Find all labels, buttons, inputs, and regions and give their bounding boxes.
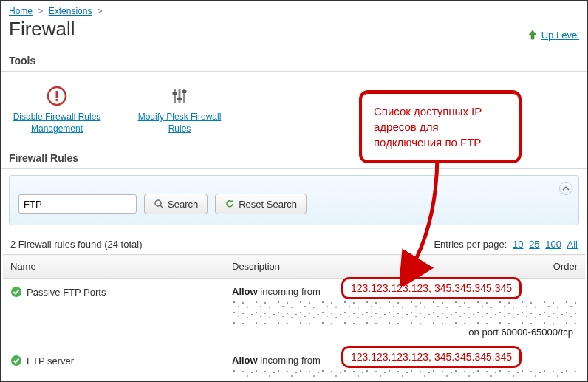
- breadcrumb-sep-icon: >: [38, 6, 43, 16]
- chevron-up-icon: [562, 185, 570, 192]
- up-level-link[interactable]: Up Level: [527, 29, 579, 41]
- sliders-icon: [167, 83, 192, 109]
- reset-button-label: Reset Search: [239, 199, 297, 210]
- tool-modify-firewall: Modify Plesk Firewall Rules: [131, 83, 228, 134]
- breadcrumb-sep-icon: >: [98, 6, 103, 16]
- entries-25[interactable]: 25: [529, 239, 539, 250]
- refresh-icon: [225, 199, 235, 209]
- col-order[interactable]: Order: [533, 255, 585, 279]
- entries-all[interactable]: All: [567, 239, 578, 250]
- search-button[interactable]: Search: [144, 194, 208, 214]
- breadcrumb-home[interactable]: Home: [9, 6, 33, 16]
- search-icon: [154, 199, 164, 209]
- col-name[interactable]: Name: [3, 255, 225, 279]
- svg-point-9: [155, 200, 161, 206]
- up-level-label: Up Level: [541, 30, 579, 41]
- svg-rect-3: [174, 89, 176, 103]
- check-circle-icon: [10, 286, 22, 298]
- up-arrow-icon: [527, 29, 539, 41]
- rule-name-label: Passive FTP Ports: [27, 287, 106, 298]
- search-button-label: Search: [168, 199, 198, 210]
- tools-heading: Tools: [1, 47, 587, 72]
- redacted-noise: [232, 300, 578, 324]
- results-count: 2 Firewall rules found (24 total): [10, 239, 142, 250]
- warning-circle-icon: [44, 83, 69, 109]
- svg-rect-4: [179, 89, 181, 103]
- table-row[interactable]: FTP server Allow incoming from 123.123.1…: [3, 347, 585, 382]
- port-text: on port 60000-65000/tcp: [232, 324, 578, 338]
- ip-callout: 123.123.123.123, 345.345.345.345: [341, 277, 522, 299]
- search-panel: Search Reset Search: [9, 175, 579, 225]
- svg-line-10: [160, 205, 163, 208]
- rules-table: Name Description Order Passive FTP Ports…: [3, 254, 585, 382]
- col-description[interactable]: Description: [225, 255, 533, 279]
- redacted-noise: [232, 369, 578, 382]
- entries-per-page: Entries per page: 10 25 100 All: [434, 239, 578, 250]
- entries-100[interactable]: 100: [545, 239, 561, 250]
- svg-rect-8: [182, 90, 187, 93]
- breadcrumb: Home > Extensions >: [1, 1, 587, 18]
- annotation-callout: Список доступных IP адресов для подключе…: [359, 90, 522, 163]
- breadcrumb-extensions[interactable]: Extensions: [49, 6, 92, 16]
- table-row[interactable]: Passive FTP Ports Allow incoming from 12…: [3, 279, 585, 347]
- entries-label: Entries per page:: [434, 239, 507, 250]
- disable-firewall-link[interactable]: Disable Firewall Rules Management: [9, 112, 105, 134]
- svg-rect-6: [173, 92, 177, 95]
- search-input[interactable]: [18, 194, 137, 214]
- modify-firewall-link[interactable]: Modify Plesk Firewall Rules: [131, 112, 228, 134]
- ip-callout: 123.123.123.123, 345.345.345.345: [341, 346, 522, 368]
- svg-rect-2: [56, 99, 58, 101]
- tool-disable-firewall: Disable Firewall Rules Management: [9, 83, 105, 134]
- rule-name-label: FTP server: [27, 355, 74, 366]
- reset-search-button[interactable]: Reset Search: [215, 194, 307, 214]
- entries-10[interactable]: 10: [513, 239, 523, 250]
- page-title: Firewall: [9, 18, 75, 41]
- check-circle-icon: [10, 355, 22, 366]
- svg-rect-1: [56, 91, 58, 98]
- svg-rect-7: [177, 98, 182, 100]
